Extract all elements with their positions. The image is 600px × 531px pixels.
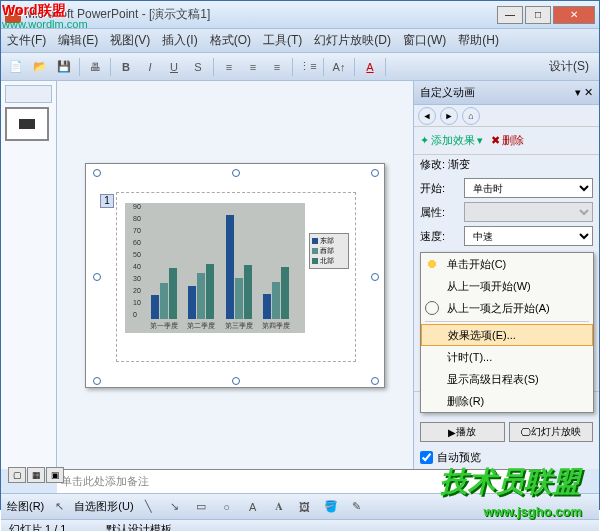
oval-icon[interactable]: ○ bbox=[216, 496, 238, 518]
ctx-after-previous[interactable]: 从上一项之后开始(A) bbox=[421, 297, 593, 319]
taskpane-title: 自定义动画 ▾ ✕ bbox=[414, 81, 599, 105]
clipart-icon[interactable]: 🖼 bbox=[294, 496, 316, 518]
context-menu: 单击开始(C) 从上一项开始(W) 从上一项之后开始(A) 效果选项(E)...… bbox=[420, 252, 594, 413]
ctx-advanced-timeline[interactable]: 显示高级日程表(S) bbox=[421, 368, 593, 390]
y-axis: 0102030405060708090 bbox=[133, 203, 145, 319]
maximize-button[interactable]: □ bbox=[525, 6, 551, 24]
watermark-br-logo: 技术员联盟 bbox=[440, 463, 580, 501]
slide-thumbnail[interactable]: 1 bbox=[5, 107, 49, 141]
watermark-br-url: www.jsgho.com bbox=[484, 504, 582, 519]
add-effect-button[interactable]: ✦ 添加效果 ▾ bbox=[420, 133, 483, 148]
align-center-icon[interactable]: ≡ bbox=[242, 56, 264, 78]
property-label: 属性: bbox=[420, 205, 460, 220]
resize-handle[interactable] bbox=[93, 169, 101, 177]
clock-icon bbox=[425, 301, 439, 315]
chart-legend: 东部西部北部 bbox=[309, 233, 349, 269]
rect-icon[interactable]: ▭ bbox=[190, 496, 212, 518]
ctx-effect-options[interactable]: 效果选项(E)... bbox=[421, 324, 593, 346]
taskpane-title-label: 自定义动画 bbox=[420, 85, 475, 100]
line-icon[interactable]: ╲ bbox=[138, 496, 160, 518]
speed-select[interactable]: 中速 bbox=[464, 226, 593, 246]
menu-insert[interactable]: 插入(I) bbox=[162, 32, 197, 49]
slideshow-button[interactable]: 🖵 幻灯片放映 bbox=[509, 422, 594, 442]
sorter-view-icon[interactable]: ▦ bbox=[27, 467, 45, 483]
play-button[interactable]: ▶ 播放 bbox=[420, 422, 505, 442]
menu-window[interactable]: 窗口(W) bbox=[403, 32, 446, 49]
resize-handle[interactable] bbox=[232, 169, 240, 177]
forward-icon[interactable]: ► bbox=[440, 107, 458, 125]
chart-plot-area: 0102030405060708090 第一季度第二季度第三季度第四季度 bbox=[125, 203, 305, 333]
resize-handle[interactable] bbox=[232, 377, 240, 385]
open-icon[interactable]: 📂 bbox=[29, 56, 51, 78]
remove-effect-button[interactable]: ✖ 删除 bbox=[491, 133, 524, 148]
thumb-number: 1 bbox=[0, 111, 1, 122]
minimize-button[interactable]: — bbox=[497, 6, 523, 24]
textbox-icon[interactable]: A bbox=[242, 496, 264, 518]
font-color-icon[interactable]: A bbox=[359, 56, 381, 78]
slideshow-view-icon[interactable]: ▣ bbox=[46, 467, 64, 483]
taskpane-dropdown-icon[interactable]: ▾ ✕ bbox=[575, 86, 593, 99]
resize-handle[interactable] bbox=[93, 273, 101, 281]
ctx-delete[interactable]: 删除(R) bbox=[421, 390, 593, 412]
toolbar: 📄 📂 💾 🖶 B I U S ≡ ≡ ≡ ⋮≡ A↑ A 设计(S) bbox=[1, 53, 599, 81]
menu-file[interactable]: 文件(F) bbox=[7, 32, 46, 49]
thumbnail-panel: 1 bbox=[1, 81, 57, 469]
font-size-up-icon[interactable]: A↑ bbox=[328, 56, 350, 78]
slide[interactable]: 1 0102030405060708090 bbox=[85, 163, 385, 388]
resize-handle[interactable] bbox=[371, 273, 379, 281]
chart-bars bbox=[145, 215, 295, 319]
menu-view[interactable]: 视图(V) bbox=[110, 32, 150, 49]
wordart-icon[interactable]: 𝐀 bbox=[268, 496, 290, 518]
bullets-icon[interactable]: ⋮≡ bbox=[297, 56, 319, 78]
align-left-icon[interactable]: ≡ bbox=[218, 56, 240, 78]
ctx-with-previous[interactable]: 从上一项开始(W) bbox=[421, 275, 593, 297]
taskpane-nav: ◄ ► ⌂ bbox=[414, 105, 599, 127]
property-select bbox=[464, 202, 593, 222]
autoshapes-menu[interactable]: 自选图形(U) bbox=[74, 499, 133, 514]
italic-icon[interactable]: I bbox=[139, 56, 161, 78]
statusbar: 幻灯片 1 / 1 默认设计模板 bbox=[1, 519, 599, 531]
arrow-icon[interactable]: ↘ bbox=[164, 496, 186, 518]
draw-menu[interactable]: 绘图(R) bbox=[7, 499, 44, 514]
outline-tab[interactable] bbox=[5, 85, 52, 103]
resize-handle[interactable] bbox=[93, 377, 101, 385]
x-axis: 第一季度第二季度第三季度第四季度 bbox=[145, 321, 295, 331]
slide-count: 幻灯片 1 / 1 bbox=[9, 522, 66, 531]
watermark-url: www.wordlm.com bbox=[2, 18, 88, 30]
titlebar: Microsoft PowerPoint - [演示文稿1] — □ ✕ bbox=[1, 1, 599, 29]
mouse-icon bbox=[425, 257, 439, 271]
close-button[interactable]: ✕ bbox=[553, 6, 595, 24]
home-icon[interactable]: ⌂ bbox=[462, 107, 480, 125]
print-icon[interactable]: 🖶 bbox=[84, 56, 106, 78]
new-icon[interactable]: 📄 bbox=[5, 56, 27, 78]
back-icon[interactable]: ◄ bbox=[418, 107, 436, 125]
pointer-icon[interactable]: ↖ bbox=[48, 496, 70, 518]
normal-view-icon[interactable]: ▢ bbox=[8, 467, 26, 483]
ctx-timing[interactable]: 计时(T)... bbox=[421, 346, 593, 368]
menu-format[interactable]: 格式(O) bbox=[210, 32, 251, 49]
autopreview-checkbox[interactable] bbox=[420, 451, 433, 464]
slide-editor: 1 0102030405060708090 bbox=[57, 81, 413, 469]
design-button[interactable]: 设计(S) bbox=[543, 58, 595, 75]
speed-label: 速度: bbox=[420, 229, 460, 244]
menu-edit[interactable]: 编辑(E) bbox=[58, 32, 98, 49]
menu-slideshow[interactable]: 幻灯片放映(D) bbox=[314, 32, 391, 49]
line-color-icon[interactable]: ✎ bbox=[346, 496, 368, 518]
menu-tools[interactable]: 工具(T) bbox=[263, 32, 302, 49]
modify-label: 修改: 渐变 bbox=[414, 155, 599, 174]
start-label: 开始: bbox=[420, 181, 460, 196]
ctx-click-start[interactable]: 单击开始(C) bbox=[421, 253, 593, 275]
start-select[interactable]: 单击时 bbox=[464, 178, 593, 198]
bold-icon[interactable]: B bbox=[115, 56, 137, 78]
view-buttons: ▢ ▦ ▣ bbox=[8, 467, 64, 483]
save-icon[interactable]: 💾 bbox=[53, 56, 75, 78]
shadow-icon[interactable]: S bbox=[187, 56, 209, 78]
menu-help[interactable]: 帮助(H) bbox=[458, 32, 499, 49]
fill-icon[interactable]: 🪣 bbox=[320, 496, 342, 518]
chart-object[interactable]: 0102030405060708090 第一季度第二季度第三季度第四季度 东部西… bbox=[116, 192, 356, 362]
resize-handle[interactable] bbox=[371, 169, 379, 177]
underline-icon[interactable]: U bbox=[163, 56, 185, 78]
resize-handle[interactable] bbox=[371, 377, 379, 385]
align-right-icon[interactable]: ≡ bbox=[266, 56, 288, 78]
menubar: 文件(F) 编辑(E) 视图(V) 插入(I) 格式(O) 工具(T) 幻灯片放… bbox=[1, 29, 599, 53]
